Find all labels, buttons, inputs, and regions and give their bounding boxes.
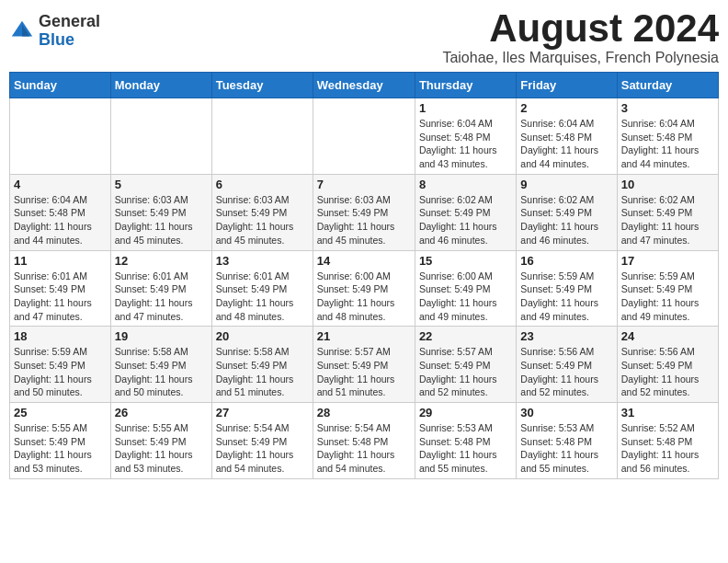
calendar-cell: 6Sunrise: 6:03 AM Sunset: 5:49 PM Daylig…: [211, 174, 313, 250]
calendar-cell: 18Sunrise: 5:59 AM Sunset: 5:49 PM Dayli…: [10, 327, 111, 403]
day-info: Sunrise: 5:53 AM Sunset: 5:48 PM Dayligh…: [520, 421, 612, 476]
calendar-cell: 4Sunrise: 6:04 AM Sunset: 5:48 PM Daylig…: [10, 174, 111, 250]
day-number: 1: [419, 101, 512, 115]
column-header-friday: Friday: [517, 73, 617, 98]
day-info: Sunrise: 5:57 AM Sunset: 5:49 PM Dayligh…: [317, 345, 411, 399]
day-number: 16: [520, 254, 612, 268]
day-info: Sunrise: 6:04 AM Sunset: 5:48 PM Dayligh…: [520, 117, 612, 171]
day-number: 21: [317, 329, 411, 343]
week-row-2: 4Sunrise: 6:04 AM Sunset: 5:48 PM Daylig…: [10, 174, 719, 250]
week-row-3: 11Sunrise: 6:01 AM Sunset: 5:49 PM Dayli…: [10, 250, 719, 327]
day-info: Sunrise: 5:56 AM Sunset: 5:49 PM Dayligh…: [520, 345, 612, 399]
day-info: Sunrise: 5:53 AM Sunset: 5:48 PM Dayligh…: [419, 421, 512, 476]
day-number: 20: [216, 329, 309, 343]
logo: General Blue: [9, 13, 100, 50]
calendar-cell: 31Sunrise: 5:52 AM Sunset: 5:48 PM Dayli…: [617, 403, 718, 479]
day-number: 25: [14, 406, 107, 419]
day-number: 17: [621, 254, 714, 268]
day-number: 30: [520, 406, 612, 419]
column-header-thursday: Thursday: [415, 73, 516, 98]
day-number: 19: [115, 329, 208, 343]
day-info: Sunrise: 6:03 AM Sunset: 5:49 PM Dayligh…: [317, 193, 411, 247]
calendar-cell: 15Sunrise: 6:00 AM Sunset: 5:49 PM Dayli…: [415, 250, 516, 327]
day-info: Sunrise: 6:04 AM Sunset: 5:48 PM Dayligh…: [14, 193, 107, 247]
day-info: Sunrise: 6:02 AM Sunset: 5:49 PM Dayligh…: [520, 193, 612, 247]
day-number: 29: [419, 406, 512, 419]
day-info: Sunrise: 5:54 AM Sunset: 5:49 PM Dayligh…: [216, 421, 309, 476]
day-number: 3: [621, 101, 714, 115]
column-header-saturday: Saturday: [617, 73, 718, 98]
calendar-cell: 30Sunrise: 5:53 AM Sunset: 5:48 PM Dayli…: [517, 403, 617, 479]
calendar-cell: 11Sunrise: 6:01 AM Sunset: 5:49 PM Dayli…: [10, 250, 111, 327]
day-number: 31: [621, 406, 714, 419]
logo-blue-text: Blue: [39, 30, 74, 49]
day-info: Sunrise: 5:59 AM Sunset: 5:49 PM Dayligh…: [621, 270, 714, 324]
calendar-cell: 21Sunrise: 5:57 AM Sunset: 5:49 PM Dayli…: [313, 327, 415, 403]
day-number: 24: [621, 329, 714, 343]
calendar-cell: 23Sunrise: 5:56 AM Sunset: 5:49 PM Dayli…: [517, 327, 617, 403]
calendar-cell: [211, 98, 313, 175]
column-header-sunday: Sunday: [10, 73, 111, 98]
day-info: Sunrise: 5:59 AM Sunset: 5:49 PM Dayligh…: [520, 270, 612, 324]
day-info: Sunrise: 6:04 AM Sunset: 5:48 PM Dayligh…: [419, 117, 512, 171]
day-info: Sunrise: 6:03 AM Sunset: 5:49 PM Dayligh…: [115, 193, 208, 247]
day-info: Sunrise: 5:55 AM Sunset: 5:49 PM Dayligh…: [14, 421, 107, 476]
title-block: August 2024 Taiohae, Iles Marquises, Fre…: [442, 9, 719, 66]
day-info: Sunrise: 5:57 AM Sunset: 5:49 PM Dayligh…: [419, 345, 512, 399]
day-number: 2: [520, 101, 612, 115]
calendar-cell: [110, 98, 211, 175]
day-info: Sunrise: 6:00 AM Sunset: 5:49 PM Dayligh…: [317, 270, 411, 324]
calendar-cell: 5Sunrise: 6:03 AM Sunset: 5:49 PM Daylig…: [110, 174, 211, 250]
day-info: Sunrise: 5:56 AM Sunset: 5:49 PM Dayligh…: [621, 345, 714, 399]
calendar-cell: 26Sunrise: 5:55 AM Sunset: 5:49 PM Dayli…: [110, 403, 211, 479]
calendar-cell: 24Sunrise: 5:56 AM Sunset: 5:49 PM Dayli…: [617, 327, 718, 403]
day-info: Sunrise: 6:01 AM Sunset: 5:49 PM Dayligh…: [14, 270, 107, 324]
day-number: 4: [14, 178, 107, 191]
day-number: 5: [115, 178, 208, 191]
calendar-cell: 14Sunrise: 6:00 AM Sunset: 5:49 PM Dayli…: [313, 250, 415, 327]
day-number: 22: [419, 329, 512, 343]
week-row-4: 18Sunrise: 5:59 AM Sunset: 5:49 PM Dayli…: [10, 327, 719, 403]
day-info: Sunrise: 6:03 AM Sunset: 5:49 PM Dayligh…: [216, 193, 309, 247]
location-subtitle: Taiohae, Iles Marquises, French Polynesi…: [442, 50, 719, 66]
calendar-cell: 16Sunrise: 5:59 AM Sunset: 5:49 PM Dayli…: [517, 250, 617, 327]
column-header-wednesday: Wednesday: [313, 73, 415, 98]
page-header: General Blue August 2024 Taiohae, Iles M…: [9, 9, 719, 66]
day-number: 6: [216, 178, 309, 191]
calendar-cell: 10Sunrise: 6:02 AM Sunset: 5:49 PM Dayli…: [617, 174, 718, 250]
calendar-cell: [10, 98, 111, 175]
day-info: Sunrise: 6:02 AM Sunset: 5:49 PM Dayligh…: [621, 193, 714, 247]
calendar-cell: 19Sunrise: 5:58 AM Sunset: 5:49 PM Dayli…: [110, 327, 211, 403]
day-info: Sunrise: 5:55 AM Sunset: 5:49 PM Dayligh…: [115, 421, 208, 476]
day-number: 14: [317, 254, 411, 268]
day-info: Sunrise: 6:02 AM Sunset: 5:49 PM Dayligh…: [419, 193, 512, 247]
day-info: Sunrise: 6:04 AM Sunset: 5:48 PM Dayligh…: [621, 117, 714, 171]
calendar-cell: 1Sunrise: 6:04 AM Sunset: 5:48 PM Daylig…: [415, 98, 516, 175]
calendar-cell: 12Sunrise: 6:01 AM Sunset: 5:49 PM Dayli…: [110, 250, 211, 327]
calendar-cell: 27Sunrise: 5:54 AM Sunset: 5:49 PM Dayli…: [211, 403, 313, 479]
calendar-cell: 2Sunrise: 6:04 AM Sunset: 5:48 PM Daylig…: [517, 98, 617, 175]
week-row-5: 25Sunrise: 5:55 AM Sunset: 5:49 PM Dayli…: [10, 403, 719, 479]
calendar-cell: 22Sunrise: 5:57 AM Sunset: 5:49 PM Dayli…: [415, 327, 516, 403]
header-row: SundayMondayTuesdayWednesdayThursdayFrid…: [10, 73, 719, 98]
day-number: 13: [216, 254, 309, 268]
calendar-cell: 28Sunrise: 5:54 AM Sunset: 5:48 PM Dayli…: [313, 403, 415, 479]
day-number: 18: [14, 329, 107, 343]
day-number: 7: [317, 178, 411, 191]
calendar-cell: 17Sunrise: 5:59 AM Sunset: 5:49 PM Dayli…: [617, 250, 718, 327]
day-number: 11: [14, 254, 107, 268]
day-info: Sunrise: 6:01 AM Sunset: 5:49 PM Dayligh…: [216, 270, 309, 324]
day-number: 12: [115, 254, 208, 268]
calendar-cell: 29Sunrise: 5:53 AM Sunset: 5:48 PM Dayli…: [415, 403, 516, 479]
calendar-cell: 9Sunrise: 6:02 AM Sunset: 5:49 PM Daylig…: [517, 174, 617, 250]
calendar-cell: 25Sunrise: 5:55 AM Sunset: 5:49 PM Dayli…: [10, 403, 111, 479]
day-info: Sunrise: 6:01 AM Sunset: 5:49 PM Dayligh…: [115, 270, 208, 324]
week-row-1: 1Sunrise: 6:04 AM Sunset: 5:48 PM Daylig…: [10, 98, 719, 175]
day-number: 28: [317, 406, 411, 419]
day-number: 27: [216, 406, 309, 419]
day-number: 8: [419, 178, 512, 191]
column-header-monday: Monday: [110, 73, 211, 98]
day-number: 26: [115, 406, 208, 419]
day-number: 15: [419, 254, 512, 268]
day-number: 10: [621, 178, 714, 191]
